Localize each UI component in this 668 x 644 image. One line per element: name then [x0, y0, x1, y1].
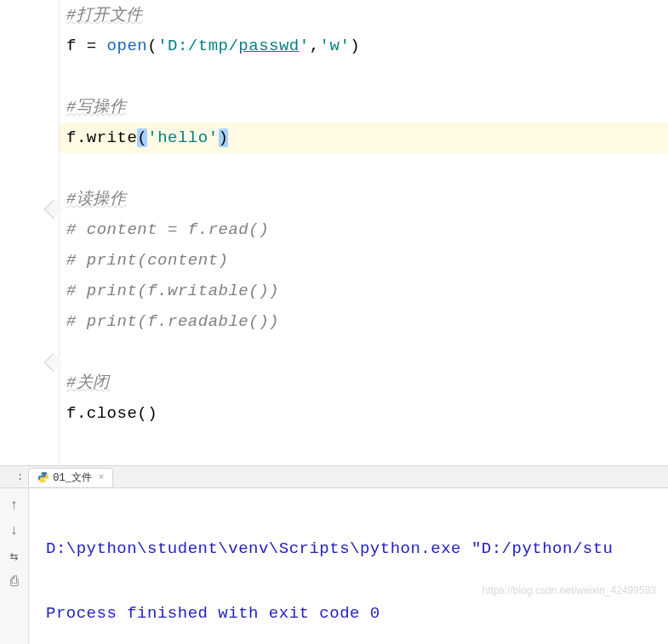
scroll-up-icon[interactable]: ↑ — [6, 497, 23, 514]
python-file-icon — [37, 471, 49, 483]
run-tab[interactable]: 01_文件 × — [28, 468, 113, 487]
code-line: #写操作 — [66, 92, 668, 123]
code-line: # print(f.writable()) — [66, 276, 668, 306]
code-line-empty — [66, 153, 668, 184]
comment-text: #读操作 — [66, 190, 126, 208]
code-line: # print(content) — [66, 245, 668, 276]
code-line: f.close() — [66, 398, 668, 429]
comment-text: #关闭 — [66, 373, 110, 392]
code-line: #读操作 — [66, 184, 668, 214]
editor-gutter — [0, 0, 60, 465]
run-tab-label: 01_文件 — [53, 470, 92, 485]
comment-text: # print(f.writable()) — [66, 282, 279, 300]
comment-text: #打开文件 — [66, 6, 143, 25]
comment-text: # print(content) — [66, 251, 228, 270]
run-tool-window: : 01_文件 × ↑ ↓ ⇆ ⎙ D:\python\student\venv… — [0, 465, 668, 644]
function-call: open — [107, 37, 148, 55]
soft-wrap-icon[interactable]: ⇆ — [6, 548, 23, 565]
comment-text: # print(f.readable()) — [66, 312, 279, 331]
scroll-down-icon[interactable]: ↓ — [6, 522, 23, 539]
code-editor[interactable]: #打开文件 f = open('D:/tmp/passwd','w') #写操作… — [0, 0, 668, 465]
comment-text: #写操作 — [66, 98, 126, 117]
run-tab-bar: : 01_文件 × — [0, 466, 668, 488]
close-icon[interactable]: × — [99, 472, 105, 482]
console-output[interactable]: D:\python\student\venv\Scripts\python.ex… — [29, 488, 668, 644]
run-label-suffix: : — [17, 471, 23, 483]
code-line-empty — [66, 429, 668, 459]
print-icon[interactable]: ⎙ — [6, 573, 23, 590]
fold-marker-icon[interactable] — [44, 353, 64, 373]
watermark-text: https://blog.csdn.net/weixin_42499593 — [482, 574, 656, 607]
code-line-empty — [66, 337, 668, 368]
code-line-current: f.write('hello') — [0, 123, 668, 153]
console-body: ↑ ↓ ⇆ ⎙ D:\python\student\venv\Scripts\p… — [0, 488, 668, 644]
code-line: # content = f.read() — [66, 214, 668, 245]
console-line: Process finished with exit code 0 — [46, 604, 380, 623]
code-content[interactable]: #打开文件 f = open('D:/tmp/passwd','w') #写操作… — [66, 0, 668, 459]
code-line: #关闭 — [66, 368, 668, 398]
code-line: # print(f.readable()) — [66, 306, 668, 337]
console-line: D:\python\student\venv\Scripts\python.ex… — [46, 539, 614, 558]
console-toolbar: ↑ ↓ ⇆ ⎙ — [0, 488, 29, 644]
code-line: #打开文件 — [66, 0, 668, 31]
code-line-empty — [66, 61, 668, 92]
bracket-match: ) — [219, 128, 229, 147]
fold-marker-icon[interactable] — [44, 200, 64, 219]
comment-text: # content = f.read() — [66, 220, 269, 239]
code-line: f = open('D:/tmp/passwd','w') — [66, 31, 668, 61]
bracket-match: ( — [137, 128, 147, 147]
